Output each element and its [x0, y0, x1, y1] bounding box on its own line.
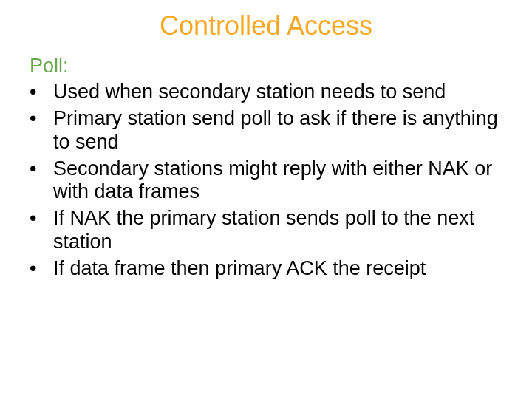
list-item: If data frame then primary ACK the recei… — [30, 257, 502, 281]
list-item: If NAK the primary station sends poll to… — [30, 207, 502, 254]
bullet-list: Used when secondary station needs to sen… — [30, 81, 502, 281]
slide-subheading: Poll: — [30, 55, 502, 78]
slide-title: Controlled Access — [30, 10, 502, 41]
list-item: Used when secondary station needs to sen… — [30, 81, 502, 104]
list-item: Secondary stations might reply with eith… — [30, 157, 502, 205]
list-item: Primary station send poll to ask if ther… — [30, 107, 502, 154]
slide: Controlled Access Poll: Used when second… — [0, 0, 532, 399]
